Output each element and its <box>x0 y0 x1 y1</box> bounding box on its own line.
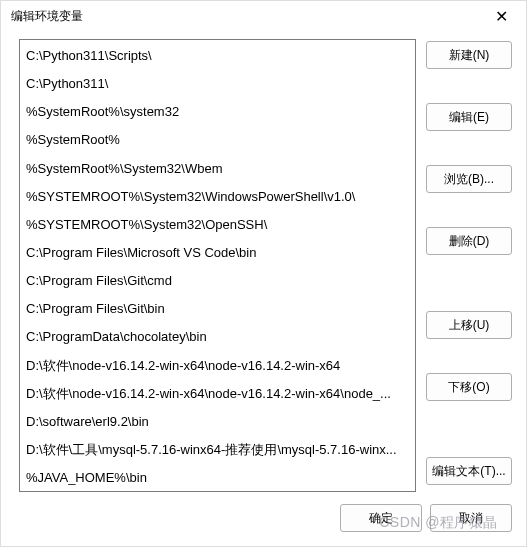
list-item[interactable]: C:\Python311\Scripts\ <box>20 42 415 70</box>
list-item[interactable]: %SYSTEMROOT%\System32\WindowsPowerShell\… <box>20 183 415 211</box>
edit-text-button[interactable]: 编辑文本(T)... <box>426 457 512 485</box>
close-icon[interactable]: ✕ <box>486 1 516 31</box>
ok-button[interactable]: 确定 <box>340 504 422 532</box>
list-item[interactable]: C:\ProgramData\chocolatey\bin <box>20 323 415 351</box>
list-item[interactable]: %JAVA_HOME%\bin <box>20 464 415 492</box>
list-item[interactable]: C:\Python311\ <box>20 70 415 98</box>
edit-button[interactable]: 编辑(E) <box>426 103 512 131</box>
list-item[interactable]: D:\软件\工具\mysql-5.7.16-winx64-推荐使用\mysql-… <box>20 436 415 464</box>
list-item[interactable]: C:\Program Files\Microsoft VS Code\bin <box>20 239 415 267</box>
footer: 确定 取消 CSDN @程序猿晶 <box>1 492 526 546</box>
list-item[interactable]: D:\software\erl9.2\bin <box>20 408 415 436</box>
window-title: 编辑环境变量 <box>11 8 486 25</box>
content-area: C:\Python311\Scripts\C:\Python311\%Syste… <box>1 31 526 492</box>
list-item[interactable]: C:\Program Files\Git\cmd <box>20 267 415 295</box>
delete-button[interactable]: 删除(D) <box>426 227 512 255</box>
dialog-window: 编辑环境变量 ✕ C:\Python311\Scripts\C:\Python3… <box>0 0 527 547</box>
move-down-button[interactable]: 下移(O) <box>426 373 512 401</box>
list-item[interactable]: D:\软件\node-v16.14.2-win-x64\node-v16.14.… <box>20 380 415 408</box>
list-item[interactable]: %SystemRoot%\System32\Wbem <box>20 155 415 183</box>
browse-button[interactable]: 浏览(B)... <box>426 165 512 193</box>
cancel-button[interactable]: 取消 <box>430 504 512 532</box>
titlebar: 编辑环境变量 ✕ <box>1 1 526 31</box>
list-item[interactable]: %SystemRoot% <box>20 126 415 154</box>
move-up-button[interactable]: 上移(U) <box>426 311 512 339</box>
path-listbox[interactable]: C:\Python311\Scripts\C:\Python311\%Syste… <box>19 39 416 492</box>
list-item[interactable]: %SystemRoot%\system32 <box>20 98 415 126</box>
new-button[interactable]: 新建(N) <box>426 41 512 69</box>
list-item[interactable]: C:\Program Files\Git\bin <box>20 295 415 323</box>
side-buttons: 新建(N) 编辑(E) 浏览(B)... 删除(D) 上移(U) 下移(O) 编… <box>426 39 516 492</box>
list-item[interactable]: %SYSTEMROOT%\System32\OpenSSH\ <box>20 211 415 239</box>
list-item[interactable]: D:\软件\node-v16.14.2-win-x64\node-v16.14.… <box>20 352 415 380</box>
